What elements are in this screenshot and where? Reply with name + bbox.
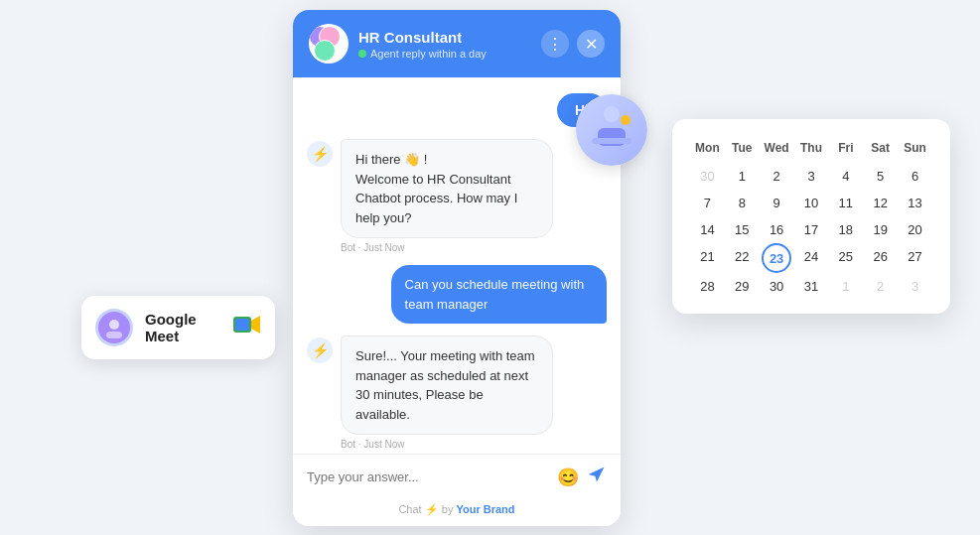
svg-point-4 xyxy=(109,320,119,330)
cal-cell[interactable]: 15 xyxy=(725,216,760,243)
status-dot-icon xyxy=(358,50,366,58)
user-message-hi: Hi xyxy=(307,93,607,127)
cal-header-mon: Mon xyxy=(690,137,725,163)
cal-cell[interactable]: 22 xyxy=(725,243,760,273)
cal-cell[interactable]: 1 xyxy=(828,273,863,300)
cal-cell[interactable]: 16 xyxy=(760,216,794,243)
cal-cell[interactable]: 17 xyxy=(794,216,829,243)
cal-cell[interactable]: 2 xyxy=(863,273,898,300)
svg-marker-7 xyxy=(251,316,260,334)
bot-response-bubble: Sure!... Your meeting with team manager … xyxy=(341,335,553,435)
cal-cell[interactable]: 29 xyxy=(725,273,760,300)
brand-name: Your Brand xyxy=(456,503,514,515)
cal-cell[interactable]: 25 xyxy=(828,243,863,273)
cal-cell[interactable]: 30 xyxy=(760,273,794,300)
chat-header-actions: ⋮ ✕ xyxy=(541,30,605,58)
cal-header-fri: Fri xyxy=(828,137,863,163)
cal-cell[interactable]: 28 xyxy=(690,273,725,300)
more-options-button[interactable]: ⋮ xyxy=(541,30,569,58)
floating-avatar-image xyxy=(576,94,647,166)
cal-cell[interactable]: 30 xyxy=(690,163,725,190)
cal-header-wed: Wed xyxy=(760,137,794,163)
svg-rect-2 xyxy=(592,138,631,144)
svg-point-0 xyxy=(604,106,620,122)
close-button[interactable]: ✕ xyxy=(577,30,605,58)
chat-header-info: HR Consultant Agent reply within a day xyxy=(358,29,531,60)
agent-name: HR Consultant xyxy=(358,29,531,46)
bot-response-icon: ⚡ xyxy=(307,337,333,363)
meet-avatar xyxy=(95,309,133,346)
agent-status: Agent reply within a day xyxy=(358,48,531,60)
meet-avatar-icon xyxy=(98,312,130,343)
svg-point-3 xyxy=(621,115,630,125)
chat-footer: Chat ⚡ by Your Brand xyxy=(293,497,621,526)
emoji-button[interactable]: 😊 xyxy=(557,467,579,488)
cal-cell[interactable]: 7 xyxy=(690,190,725,216)
cal-cell[interactable]: 14 xyxy=(690,216,725,243)
calendar-card: Mon Tue Wed Thu Fri Sat Sun 30 1 2 3 4 5… xyxy=(672,119,950,314)
cal-cell[interactable]: 21 xyxy=(690,243,725,273)
cal-cell[interactable]: 6 xyxy=(898,163,932,190)
google-meet-card[interactable]: Google Meet xyxy=(81,296,275,359)
chat-header-avatar xyxy=(309,24,349,64)
bot-response-wrapper: Sure!... Your meeting with team manager … xyxy=(341,335,607,450)
cal-cell[interactable]: 20 xyxy=(898,216,932,243)
svg-rect-8 xyxy=(235,319,249,331)
cal-cell[interactable]: 3 xyxy=(898,273,932,300)
cal-header-sat: Sat xyxy=(863,137,898,163)
bot-greeting-meta: Bot · Just Now xyxy=(341,242,607,253)
bot-response-message: ⚡ Sure!... Your meeting with team manage… xyxy=(307,335,607,450)
bot-greeting-bubble: Hi there 👋 !Welcome to HR Consultant Cha… xyxy=(341,139,553,238)
bot-greeting-message: ⚡ Hi there 👋 !Welcome to HR Consultant C… xyxy=(307,139,607,253)
send-button[interactable] xyxy=(587,465,607,489)
cal-cell[interactable]: 13 xyxy=(898,190,932,216)
bot-greeting-wrapper: Hi there 👋 !Welcome to HR Consultant Cha… xyxy=(341,139,607,253)
svg-rect-5 xyxy=(106,332,122,338)
cal-header-thu: Thu xyxy=(794,137,829,163)
cal-cell[interactable]: 11 xyxy=(828,190,863,216)
bot-icon: ⚡ xyxy=(307,141,333,167)
cal-cell[interactable]: 31 xyxy=(794,273,829,300)
cal-cell[interactable]: 26 xyxy=(863,243,898,273)
cal-cell[interactable]: 24 xyxy=(794,243,829,273)
calendar-grid: Mon Tue Wed Thu Fri Sat Sun 30 1 2 3 4 5… xyxy=(690,137,932,300)
chat-messages: Hi ⚡ Hi there 👋 !Welcome to HR Consultan… xyxy=(293,77,621,454)
avatar-3 xyxy=(314,40,336,62)
user-question-bubble: Can you schedule meeting with team manag… xyxy=(391,265,607,324)
user-question-message: Can you schedule meeting with team manag… xyxy=(307,265,607,324)
chat-header: HR Consultant Agent reply within a day ⋮… xyxy=(293,10,621,77)
cal-cell[interactable]: 5 xyxy=(863,163,898,190)
cal-cell[interactable]: 4 xyxy=(828,163,863,190)
google-meet-icon xyxy=(233,314,261,341)
cal-cell[interactable]: 10 xyxy=(794,190,829,216)
floating-avatar xyxy=(576,94,647,166)
cal-cell[interactable]: 19 xyxy=(863,216,898,243)
cal-cell[interactable]: 12 xyxy=(863,190,898,216)
chat-input[interactable] xyxy=(307,469,549,484)
google-meet-label: Google Meet xyxy=(145,311,221,344)
cal-cell[interactable]: 9 xyxy=(760,190,794,216)
bolt-icon: ⚡ xyxy=(425,503,442,515)
cal-cell-today[interactable]: 23 xyxy=(762,243,791,273)
chat-input-row: 😊 xyxy=(307,465,607,489)
bot-response-meta: Bot · Just Now xyxy=(341,439,607,450)
cal-cell[interactable]: 1 xyxy=(725,163,760,190)
cal-cell[interactable]: 2 xyxy=(760,163,794,190)
cal-cell[interactable]: 18 xyxy=(828,216,863,243)
cal-header-tue: Tue xyxy=(725,137,760,163)
chat-window: HR Consultant Agent reply within a day ⋮… xyxy=(293,10,621,526)
cal-cell[interactable]: 3 xyxy=(794,163,829,190)
cal-cell[interactable]: 8 xyxy=(725,190,760,216)
cal-header-sun: Sun xyxy=(898,137,932,163)
chat-input-area: 😊 xyxy=(293,454,621,497)
cal-cell[interactable]: 27 xyxy=(898,243,932,273)
